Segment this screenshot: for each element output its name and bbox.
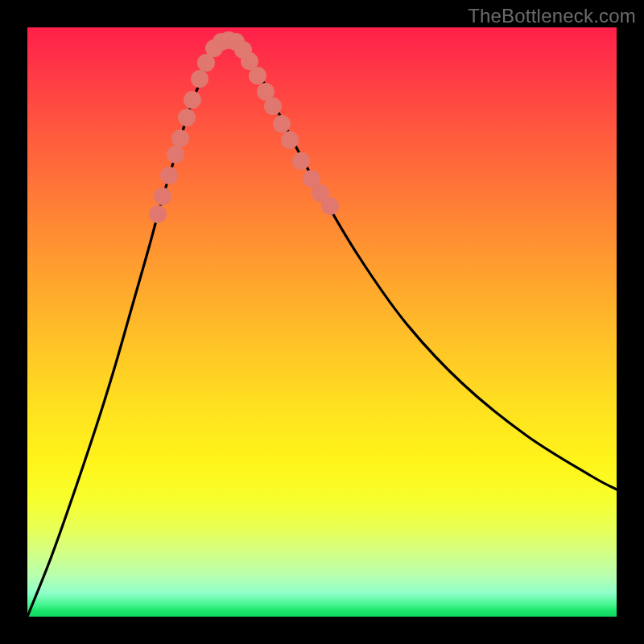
- highlight-dot: [171, 130, 189, 147]
- highlight-dot: [264, 97, 282, 115]
- highlight-dot: [321, 197, 339, 215]
- highlight-dot: [184, 91, 201, 109]
- curve-group: [27, 39, 617, 617]
- highlight-dot: [191, 70, 208, 88]
- highlight-dot: [160, 167, 178, 184]
- highlight-dot: [149, 205, 167, 223]
- highlight-dot: [281, 131, 299, 149]
- highlight-dot: [154, 188, 171, 205]
- chart-svg: [27, 27, 617, 617]
- highlight-dot: [167, 146, 184, 163]
- highlight-dot: [292, 152, 310, 170]
- highlight-dot: [249, 67, 266, 85]
- bottleneck-curve-path: [27, 39, 617, 617]
- marker-group: [149, 31, 339, 223]
- highlight-dot: [178, 109, 196, 126]
- watermark-text: TheBottleneck.com: [468, 5, 636, 27]
- highlight-dot: [273, 115, 291, 133]
- outer-frame: TheBottleneck.com: [0, 0, 644, 644]
- gradient-plot-area: [27, 27, 617, 617]
